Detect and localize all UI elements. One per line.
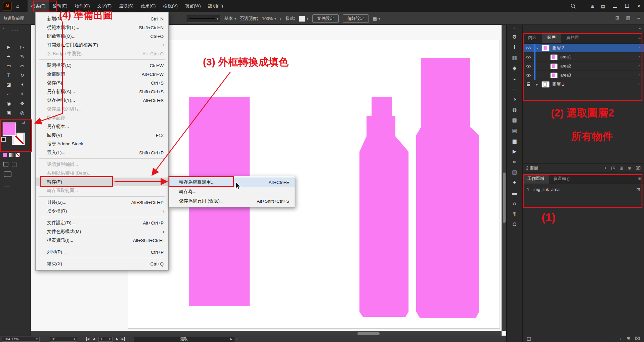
- tab-layers[interactable]: 圖層: [542, 33, 561, 43]
- tab-asset-export[interactable]: 資產轉存: [549, 174, 575, 184]
- fill-color-swatch[interactable]: [3, 123, 16, 136]
- graphic-styles-icon[interactable]: ◒: [507, 73, 522, 84]
- curvature-tool-icon[interactable]: ✎: [15, 52, 29, 61]
- expand-panels-icon[interactable]: «: [507, 25, 522, 30]
- style-dropdown[interactable]: [299, 16, 308, 22]
- lock-icon[interactable]: [523, 80, 534, 89]
- tab-libraries[interactable]: 資料庫: [561, 33, 585, 43]
- direct-selection-tool-icon[interactable]: ▻: [15, 42, 29, 52]
- file-menu-item[interactable]: 列印(P)...Ctrl+P: [36, 248, 168, 256]
- rotation-dropdown[interactable]: 0°: [50, 337, 77, 342]
- collapse-tools-icon[interactable]: «: [2, 26, 4, 30]
- menubar-item-9[interactable]: 說明(H): [205, 0, 227, 12]
- color-guide-panel-icon[interactable]: ✦: [507, 177, 522, 188]
- new-layer-icon[interactable]: ⊕: [628, 165, 631, 171]
- collapse-panels-icon[interactable]: »: [523, 25, 644, 33]
- hand-tool-icon[interactable]: ✥: [15, 99, 29, 108]
- character-panel-icon[interactable]: A: [507, 198, 522, 208]
- draw-behind-icon[interactable]: [12, 162, 17, 166]
- move-down-icon[interactable]: ↓: [620, 336, 622, 341]
- transparency-panel-icon[interactable]: ◍: [507, 104, 522, 115]
- close-button[interactable]: ✕: [637, 4, 641, 9]
- panel-menu-icon[interactable]: ≡: [638, 36, 641, 40]
- eye-icon[interactable]: [523, 44, 534, 52]
- layer-row[interactable]: area3○: [523, 71, 644, 80]
- status-display-field[interactable]: 選取 ▶: [134, 337, 234, 342]
- move-up-icon[interactable]: ↑: [613, 336, 615, 341]
- file-menu-item[interactable]: 儲存(S)Ctrl+S: [36, 79, 168, 87]
- info-panel-icon[interactable]: ℹ: [507, 42, 522, 52]
- artboard-options-icon[interactable]: ◱: [527, 336, 531, 341]
- document-setup-button[interactable]: 文件設定: [312, 14, 339, 23]
- eye-icon[interactable]: [523, 71, 534, 80]
- file-menu-item[interactable]: 文件色彩模式(M)›: [36, 227, 168, 236]
- more-options-icon[interactable]: [280, 16, 282, 21]
- drag-handle-icon[interactable]: ••••: [12, 29, 19, 32]
- asset-export-panel-icon[interactable]: ▧: [507, 167, 522, 177]
- type-tool-icon[interactable]: T: [2, 70, 15, 80]
- none-mode-icon[interactable]: [15, 153, 20, 157]
- file-menu-item[interactable]: 另存新檔(A)...Shift+Ctrl+S: [36, 87, 168, 96]
- preferences-button[interactable]: 偏好設定: [343, 14, 369, 23]
- paragraph-panel-icon[interactable]: ¶: [507, 208, 522, 219]
- artboard-name[interactable]: img_link_area: [533, 187, 633, 192]
- gradient-mode-icon[interactable]: [9, 153, 13, 157]
- file-menu-item[interactable]: 封裝(G)...Alt+Shift+Ctrl+P: [36, 198, 168, 207]
- home-icon[interactable]: ⌂: [16, 3, 19, 9]
- menubar-item-6[interactable]: 效果(C): [137, 0, 159, 12]
- delete-layer-icon[interactable]: ⌧: [636, 165, 641, 171]
- locate-object-icon[interactable]: ⌖: [604, 165, 607, 171]
- color-mode-icon[interactable]: [3, 153, 7, 157]
- new-sublayer-icon[interactable]: ⊞: [619, 165, 623, 171]
- pen-tool-icon[interactable]: ✒: [2, 52, 15, 61]
- layer-expand-icon[interactable]: ▸: [534, 83, 540, 86]
- last-artboard-icon[interactable]: ▶: [122, 337, 125, 341]
- workspace-switcher-icon[interactable]: ⊞: [591, 4, 594, 9]
- previous-artboard-icon[interactable]: ◀: [92, 337, 95, 341]
- zoom-level-dropdown[interactable]: 104.17%: [2, 337, 40, 342]
- layer-target-icon[interactable]: ○: [635, 64, 644, 68]
- brush-definition-dropdown[interactable]: 基本: [224, 16, 236, 21]
- next-artboard-icon[interactable]: ▶: [116, 337, 119, 341]
- layer-row[interactable]: ▸圖層 1○: [523, 80, 644, 89]
- swap-fill-stroke-icon[interactable]: ⇄: [22, 120, 25, 125]
- artboard-row[interactable]: 1 img_link_area ⊡: [523, 185, 644, 194]
- file-menu-item[interactable]: 儲存拷貝(Y)...Alt+Ctrl+S: [36, 96, 168, 105]
- file-menu-item[interactable]: 從範本新增(T)...Shift+Ctrl+N: [36, 23, 168, 32]
- arrange-documents-icon[interactable]: ▤: [601, 4, 605, 9]
- file-menu-item[interactable]: 置入(L)...Shift+Ctrl+P: [36, 148, 168, 157]
- file-menu-item[interactable]: 轉存(E)›: [36, 178, 168, 186]
- artwork-area3[interactable]: [416, 58, 479, 318]
- file-menu-item[interactable]: 打開最近使用過的檔案(F)›: [36, 41, 168, 49]
- vertical-scrollbar-thumb[interactable]: [503, 173, 506, 223]
- file-menu-item[interactable]: 共用以供審核 (Beta)...: [36, 169, 168, 178]
- new-artboard-icon[interactable]: ⊞: [627, 336, 630, 341]
- file-menu-item[interactable]: 全部關閉Alt+Ctrl+W: [36, 70, 168, 79]
- selection-tool-icon[interactable]: ►: [2, 42, 15, 52]
- file-menu-item[interactable]: 版本記錄: [36, 113, 168, 122]
- export-submenu-item[interactable]: 轉存為螢幕適用...Alt+Ctrl+E: [169, 178, 295, 187]
- zoom-tool-icon[interactable]: ◎: [15, 108, 29, 117]
- gradient-panel-icon[interactable]: ◑: [507, 94, 522, 104]
- layer-row[interactable]: ▾圖層 2○: [523, 44, 644, 53]
- touch-workspace-icon[interactable]: ▥: [626, 15, 631, 20]
- opacity-dropdown[interactable]: 100%: [262, 16, 276, 21]
- document-info-icon[interactable]: ▥: [507, 52, 522, 63]
- arrange-documents-icon[interactable]: ⊞: [615, 15, 619, 20]
- file-menu-item[interactable]: 指令檔(R)›: [36, 207, 168, 215]
- file-menu-item[interactable]: 轉存選取範圍...: [36, 186, 168, 195]
- chart-panel-icon[interactable]: ▆: [507, 136, 522, 146]
- file-menu-item[interactable]: 開啟舊檔(O)...Ctrl+O: [36, 32, 168, 41]
- actions-panel-icon[interactable]: ▶: [507, 146, 522, 156]
- layer-target-icon[interactable]: ○: [635, 46, 644, 50]
- restore-button[interactable]: [625, 4, 629, 9]
- edit-toolbar-icon[interactable]: ⋯: [4, 183, 10, 190]
- file-menu-item[interactable]: 回復(V)F12: [36, 131, 168, 140]
- menubar-item-5[interactable]: 選取(S): [115, 0, 137, 12]
- eraser-tool-icon[interactable]: ◪: [2, 80, 15, 89]
- file-menu-item[interactable]: 在 Bridge 中瀏覽...Alt+Ctrl+O: [36, 49, 168, 58]
- minimize-button[interactable]: [613, 4, 617, 9]
- shaper-tool-icon[interactable]: ▱: [2, 89, 15, 99]
- layer-target-icon[interactable]: ○: [635, 82, 644, 86]
- status-play-icon[interactable]: ▶: [230, 338, 232, 341]
